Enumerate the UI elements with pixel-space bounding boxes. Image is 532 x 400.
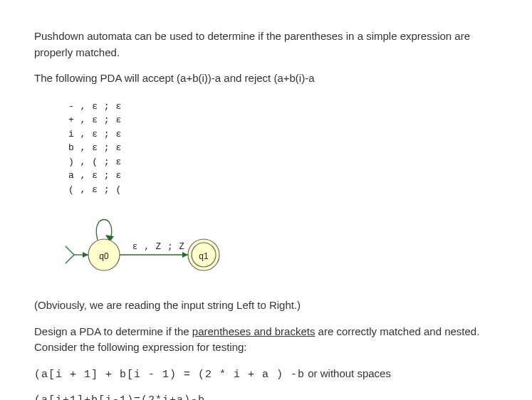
- task-underlined: parentheses and brackets: [192, 325, 315, 337]
- start-arrowhead-icon: [83, 252, 88, 258]
- state-q0-label: q0: [99, 251, 109, 261]
- task-paragraph: Design a PDA to determine if the parenth…: [34, 324, 498, 356]
- intro-paragraph-2: The following PDA will accept (a+b(i))-a…: [34, 70, 498, 87]
- edge-arrowhead-icon: [182, 252, 188, 258]
- state-q1-label: q1: [199, 251, 209, 261]
- edge-label: ε , Z ; Z: [132, 242, 185, 252]
- expr1-code: (a[i + 1] + b[i - 1) = (2 * i + a ) -b: [34, 369, 305, 381]
- transition-item: a , ε ; ε: [68, 169, 498, 183]
- transition-item: i , ε ; ε: [68, 127, 498, 142]
- intro-paragraph-1: Pushdown automata can be used to determi…: [34, 28, 498, 60]
- transition-list: - , ε ; ε + , ε ; ε i , ε ; ε b , ε ; ε …: [68, 100, 498, 197]
- reading-note: (Obviously, we are reading the input str…: [34, 298, 498, 314]
- transition-item: b , ε ; ε: [68, 141, 498, 155]
- transition-item: ( , ε ; (: [68, 183, 498, 197]
- pda-diagram: q0 ε , Z ; Z q1: [61, 198, 498, 283]
- task-text-a: Design a PDA to determine if the: [34, 325, 192, 337]
- start-marker-icon: [66, 246, 74, 263]
- transition-item: + , ε ; ε: [68, 113, 498, 127]
- transition-item: ) , ( ; ε: [68, 155, 498, 169]
- test-expression-2: (a[i+1]+b[i-1)=(2*i+a)-b: [34, 393, 498, 400]
- expr1-suffix: or without spaces: [305, 367, 391, 379]
- test-expression-1: (a[i + 1] + b[i - 1) = (2 * i + a ) -b o…: [34, 366, 498, 384]
- transition-item: - , ε ; ε: [68, 100, 498, 114]
